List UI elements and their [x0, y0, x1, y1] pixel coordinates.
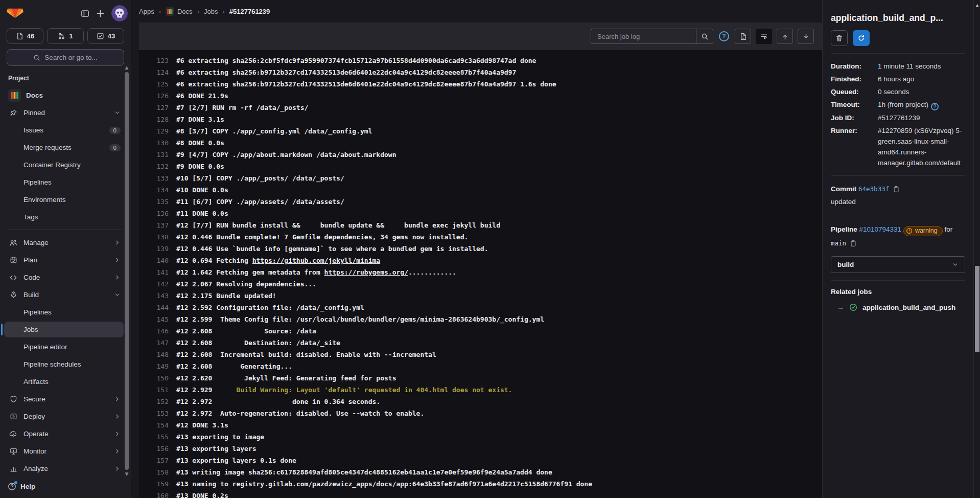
- issues-count: 46: [27, 32, 34, 40]
- log-line-number[interactable]: 123: [139, 55, 169, 66]
- log-line-number[interactable]: 135: [139, 196, 169, 208]
- stage-select[interactable]: build: [831, 256, 965, 273]
- log-line-number[interactable]: 133: [139, 172, 169, 184]
- log-line-number[interactable]: 147: [139, 337, 169, 349]
- create-new-icon[interactable]: [92, 6, 108, 21]
- pipeline-link[interactable]: #1010794331: [859, 225, 902, 233]
- sidebar-item-artifacts[interactable]: Artifacts: [4, 374, 124, 390]
- scroll-to-bottom-button[interactable]: [798, 29, 814, 44]
- timeout-help-icon[interactable]: ?: [931, 103, 939, 110]
- related-job-application-build-and-push[interactable]: →application_build_and_push: [831, 303, 965, 311]
- window-scrollbar[interactable]: ▲: [973, 0, 980, 498]
- log-line-number[interactable]: 125: [139, 78, 169, 90]
- shortcut-merge-requests[interactable]: 1: [47, 28, 84, 44]
- scrollbar-down-arrow-icon[interactable]: ▼: [125, 472, 129, 477]
- log-line-number[interactable]: 144: [139, 302, 169, 313]
- sidebar-item-analyze[interactable]: Analyze: [4, 461, 124, 477]
- pipeline-status-badge[interactable]: warning: [903, 226, 943, 236]
- user-avatar[interactable]: [111, 5, 128, 21]
- job-log-search-input[interactable]: [591, 29, 696, 44]
- log-line-number[interactable]: 148: [139, 349, 169, 360]
- log-line-number[interactable]: 130: [139, 137, 169, 149]
- log-line-number[interactable]: 158: [139, 466, 169, 478]
- log-line-number[interactable]: 124: [139, 66, 169, 78]
- sidebar-item-project-docs[interactable]: Docs: [4, 87, 124, 103]
- sidebar-item-merge-requests[interactable]: Merge requests0: [4, 140, 124, 155]
- log-line-number[interactable]: 146: [139, 325, 169, 337]
- search-or-go-to-input[interactable]: Search or go to...: [7, 49, 124, 66]
- sidebar-item-jobs[interactable]: Jobs: [4, 322, 124, 337]
- log-line-number[interactable]: 139: [139, 243, 169, 255]
- log-link[interactable]: https://github.com/jekyll/minima: [252, 257, 380, 264]
- log-line-number[interactable]: 145: [139, 313, 169, 325]
- sidebar-item-manage[interactable]: Manage: [4, 235, 124, 251]
- wrap-lines-button[interactable]: [756, 29, 772, 44]
- sidebar-item-code[interactable]: Code: [4, 269, 124, 285]
- log-line-number[interactable]: 155: [139, 431, 169, 443]
- log-line-number[interactable]: 149: [139, 360, 169, 372]
- log-line-number[interactable]: 129: [139, 125, 169, 137]
- log-line-number[interactable]: 157: [139, 455, 169, 466]
- log-line-number[interactable]: 137: [139, 219, 169, 231]
- log-line-number[interactable]: 156: [139, 443, 169, 455]
- sidebar-item-pipeline-editor[interactable]: Pipeline editor: [4, 339, 124, 355]
- sidebar-item-operate[interactable]: Operate: [4, 426, 124, 442]
- sidebar-item-pipelines[interactable]: Pipelines: [4, 304, 124, 320]
- pipeline-ref[interactable]: main: [831, 239, 846, 247]
- copy-branch-icon[interactable]: [850, 240, 857, 247]
- breadcrumb-jobs[interactable]: Jobs: [204, 8, 218, 15]
- sidebar-item-pipelines[interactable]: Pipelines: [4, 174, 124, 190]
- shortcut-issues[interactable]: 46: [7, 28, 43, 44]
- window-scrollbar-thumb[interactable]: [975, 266, 979, 352]
- log-line-number[interactable]: 138: [139, 231, 169, 243]
- log-line-number[interactable]: 154: [139, 419, 169, 431]
- log-link[interactable]: https://rubygems.org/: [324, 268, 408, 276]
- sidebar-item-monitor[interactable]: Monitor: [4, 443, 124, 459]
- sidebar-item-container-registry[interactable]: Container Registry: [4, 157, 124, 173]
- sidebar-scrollbar-thumb[interactable]: [125, 72, 129, 470]
- log-line-number[interactable]: 141: [139, 266, 169, 278]
- sidebar-item-pipeline-schedules[interactable]: Pipeline schedules: [4, 356, 124, 372]
- sidebar-item-build[interactable]: Build: [4, 287, 124, 303]
- show-raw-log-button[interactable]: [735, 29, 751, 44]
- log-line-number[interactable]: 152: [139, 396, 169, 408]
- breadcrumb-docs[interactable]: Docs: [166, 7, 193, 16]
- log-line-number[interactable]: 153: [139, 408, 169, 419]
- sidebar-scrollbar[interactable]: ▲ ▼: [124, 65, 129, 477]
- scrollbar-up-arrow-icon[interactable]: ▲: [125, 65, 129, 70]
- log-line-number[interactable]: 142: [139, 278, 169, 290]
- log-line-number[interactable]: 150: [139, 372, 169, 384]
- log-line-number[interactable]: 140: [139, 255, 169, 266]
- scrollbar-up-arrow-icon[interactable]: ▲: [974, 3, 980, 8]
- search-help-icon[interactable]: ?: [719, 31, 729, 41]
- log-line-number[interactable]: 132: [139, 161, 169, 172]
- log-line-number[interactable]: 159: [139, 478, 169, 490]
- gitlab-logo-icon[interactable]: [7, 6, 24, 21]
- sidebar-toggle-icon[interactable]: [77, 6, 92, 21]
- log-line-number[interactable]: 134: [139, 184, 169, 196]
- scroll-to-top-button[interactable]: [777, 29, 793, 44]
- log-line-number[interactable]: 128: [139, 114, 169, 125]
- sidebar-item-help[interactable]: Help: [4, 478, 124, 494]
- breadcrumb-apps[interactable]: Apps: [139, 8, 154, 15]
- copy-commit-sha-icon[interactable]: [893, 186, 900, 193]
- log-line-number[interactable]: 143: [139, 290, 169, 302]
- log-line-number[interactable]: 126: [139, 90, 169, 102]
- shortcut-todos[interactable]: 43: [87, 28, 124, 44]
- search-submit-button[interactable]: [696, 29, 713, 44]
- log-line-number[interactable]: 127: [139, 102, 169, 114]
- sidebar-item-plan[interactable]: Plan: [4, 252, 124, 268]
- erase-job-log-button[interactable]: [831, 30, 848, 46]
- commit-sha-link[interactable]: 64e3b33f: [858, 185, 889, 193]
- sidebar-item-deploy[interactable]: Deploy: [4, 409, 124, 424]
- sidebar-item-tags[interactable]: Tags: [4, 209, 124, 225]
- sidebar-item-issues[interactable]: Issues0: [4, 122, 124, 138]
- sidebar-item-pinned[interactable]: Pinned: [4, 105, 124, 121]
- sidebar-item-environments[interactable]: Environments: [4, 192, 124, 208]
- log-line-number[interactable]: 151: [139, 384, 169, 396]
- log-line-number[interactable]: 131: [139, 149, 169, 161]
- log-line-number[interactable]: 160: [139, 490, 169, 498]
- retry-job-button[interactable]: [853, 30, 870, 46]
- log-line-number[interactable]: 136: [139, 208, 169, 219]
- sidebar-item-secure[interactable]: Secure: [4, 391, 124, 407]
